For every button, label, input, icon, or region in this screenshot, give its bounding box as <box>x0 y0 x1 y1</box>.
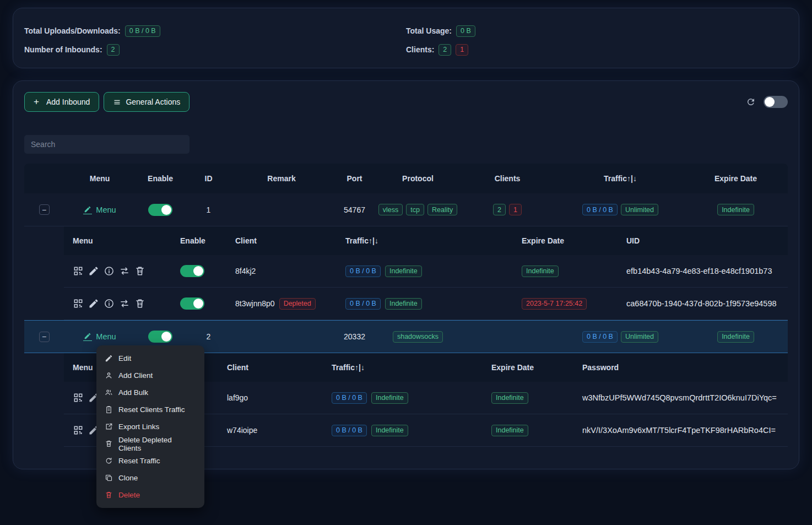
clients-header-client: Client <box>218 363 323 372</box>
clients-header-password: Password <box>573 363 788 372</box>
client-traffic: 0 B / 0 B Indefinite <box>337 298 513 310</box>
inbound-clients-counts: 2 1 <box>458 204 557 215</box>
client-actions <box>64 266 171 277</box>
edit-client-icon[interactable] <box>88 298 99 309</box>
menu-item-delete[interactable]: Delete <box>99 486 202 504</box>
client-row: 8f4kj2 0 B / 0 B Indefinite Indefinite e… <box>64 255 788 288</box>
enable-toggle[interactable] <box>148 331 172 343</box>
client-traffic: 0 B / 0 B Indefinite <box>323 425 483 436</box>
stat-total-usage: Total Usage: 0 B <box>406 25 788 37</box>
info-icon[interactable] <box>104 298 115 309</box>
inbound-2-menu-button[interactable]: Menu <box>83 332 116 341</box>
menu-item-label: Edit <box>118 354 131 362</box>
client-expire: Indefinite <box>513 266 618 277</box>
traffic-limit-badge: Unlimited <box>621 331 658 343</box>
delete-client-icon[interactable] <box>134 266 145 277</box>
delete-icon <box>105 491 113 499</box>
menu-item-export-links[interactable]: Export Links <box>99 418 202 435</box>
menu-item-label: Delete Depleted Clients <box>118 436 196 452</box>
clients-header-traffic-sortable[interactable]: Traffic↑|↓ <box>337 236 513 245</box>
clients-header-expire: Expire Date <box>483 363 573 372</box>
header-id: ID <box>185 174 232 183</box>
clients-header-menu: Menu <box>64 236 171 245</box>
protocol-tag: tcp <box>406 204 424 215</box>
inbound-expire: Indefinite <box>684 331 788 343</box>
inbound-protocols: vless tcp Reality <box>378 204 458 215</box>
header-expire-date: Expire Date <box>684 174 788 183</box>
menu-item-reset-traffic[interactable]: Reset Traffic <box>99 452 202 469</box>
add-bulk-icon <box>105 388 113 397</box>
clipboard-icon <box>105 405 113 414</box>
enable-toggle[interactable] <box>180 297 204 310</box>
clients-header-expire: Expire Date <box>513 236 618 245</box>
header-remark: Remark <box>232 174 331 183</box>
general-actions-label: General Actions <box>126 98 180 106</box>
refresh-icon[interactable] <box>746 97 756 107</box>
add-inbound-button[interactable]: + Add Inbound <box>24 92 99 112</box>
traffic-limit-badge: Unlimited <box>621 204 658 215</box>
toolbar: + Add Inbound General Actions <box>24 92 788 112</box>
client-actions <box>64 298 171 309</box>
expire-badge: Indefinite <box>717 204 754 215</box>
menu-item-edit[interactable]: Edit <box>99 350 202 367</box>
qr-code-icon[interactable] <box>73 298 84 309</box>
general-actions-button[interactable]: General Actions <box>104 92 190 112</box>
stat-uploads-value-badge: 0 B / 0 B <box>125 25 160 37</box>
qr-code-icon[interactable] <box>73 266 84 277</box>
menu-item-label: Add Bulk <box>118 388 148 397</box>
collapse-row-button[interactable]: − <box>39 332 50 342</box>
edit-icon <box>83 205 92 214</box>
clients-header-client: Client <box>226 236 337 245</box>
reset-traffic-icon[interactable] <box>119 266 130 277</box>
qr-code-icon[interactable] <box>73 425 84 436</box>
traffic-badge: 0 B / 0 B <box>332 425 367 436</box>
protocol-tag: vless <box>378 204 403 215</box>
stat-clients-label: Clients: <box>406 45 434 54</box>
auto-refresh-toggle[interactable] <box>764 96 788 108</box>
clients-header-traffic-sortable[interactable]: Traffic↑|↓ <box>323 363 483 372</box>
inbound-1-menu-button[interactable]: Menu <box>83 205 116 214</box>
menu-item-label: Reset Traffic <box>118 457 160 465</box>
client-password: nkV/I/3XoAm9v6xMT/T5lcrF4TpeTKF98rHARbRo… <box>573 426 788 435</box>
stat-clients: Clients: 2 1 <box>406 44 788 56</box>
client-traffic: 0 B / 0 B Indefinite <box>323 392 483 404</box>
menu-item-delete-depleted-clients[interactable]: Delete Depleted Clients <box>99 435 202 452</box>
inbound-id: 2 <box>185 332 232 341</box>
traffic-limit-badge: Indefinite <box>385 266 422 277</box>
inbound-id: 1 <box>185 205 232 214</box>
client-name: 8f4kj2 <box>226 267 337 275</box>
enable-toggle[interactable] <box>180 265 204 277</box>
expire-badge: Indefinite <box>491 425 528 436</box>
stat-inbounds-value-badge: 2 <box>107 44 120 56</box>
reset-traffic-icon[interactable] <box>119 298 130 309</box>
info-icon[interactable] <box>104 266 115 277</box>
inbound-1-clients-table: Menu Enable Client Traffic↑|↓ Expire Dat… <box>64 226 788 320</box>
header-traffic-sortable[interactable]: Traffic↑|↓ <box>557 174 684 183</box>
plus-icon: + <box>34 98 42 106</box>
client-name: w74ioipe <box>218 426 323 435</box>
qr-code-icon[interactable] <box>73 392 84 403</box>
search-input[interactable] <box>24 135 190 154</box>
inbound-port: 54767 <box>331 205 378 214</box>
menu-item-reset-clients-traffic[interactable]: Reset Clients Traffic <box>99 401 202 418</box>
collapse-row-button[interactable]: − <box>39 204 50 215</box>
traffic-badge: 0 B / 0 B <box>345 266 381 277</box>
edit-client-icon[interactable] <box>88 266 99 277</box>
menu-item-label: Clone <box>118 474 138 482</box>
menu-item-clone[interactable]: Clone <box>99 469 202 486</box>
clients-header-uid: UID <box>618 236 788 245</box>
delete-client-icon[interactable] <box>134 298 145 309</box>
menu-item-label: Delete <box>118 491 140 499</box>
enable-toggle[interactable] <box>148 204 172 216</box>
stat-uploads-label: Total Uploads/Downloads: <box>24 26 121 35</box>
traffic-badge: 0 B / 0 B <box>582 204 618 215</box>
header-enable: Enable <box>136 174 185 183</box>
header-menu: Menu <box>64 174 136 183</box>
menu-item-label: Export Links <box>118 423 159 431</box>
menu-item-add-bulk[interactable]: Add Bulk <box>99 384 202 401</box>
expire-badge: Indefinite <box>717 331 754 343</box>
client-row: 8t3wjnn8p0 Depleted 0 B / 0 B Indefinite… <box>64 288 788 320</box>
menu-item-add-client[interactable]: Add Client <box>99 367 202 384</box>
stat-usage-value-badge: 0 B <box>456 25 475 37</box>
client-expire: 2023-5-7 17:25:42 <box>513 298 618 310</box>
